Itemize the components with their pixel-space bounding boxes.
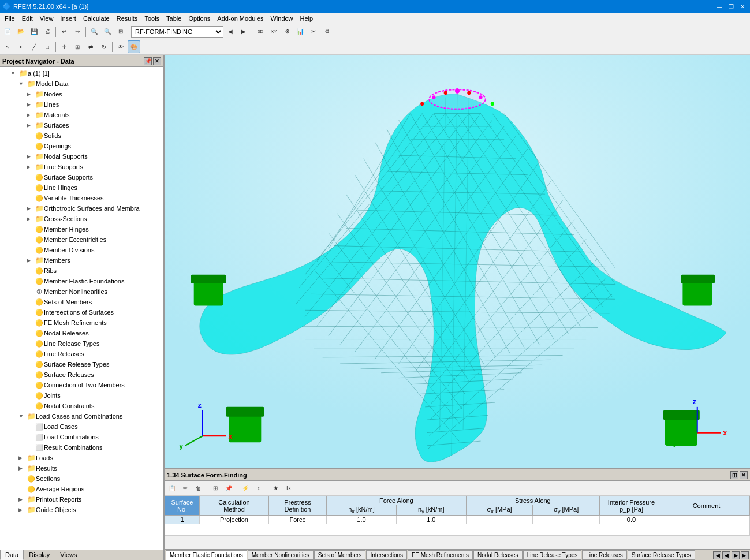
menu-tools[interactable]: Tools [141,14,163,23]
tb-open[interactable]: 📂 [14,25,27,38]
nav-tab-data[interactable]: Data [0,550,24,560]
tb2-mirror[interactable]: ⇄ [84,40,97,53]
tree-item-nodal-constraints[interactable]: 🟡 Nodal Constraints [0,401,163,411]
cell-nx[interactable]: 1.0 [327,516,397,524]
tb2-copy[interactable]: ⊞ [71,40,84,53]
tree-item-openings[interactable]: 🟡 Openings [0,141,163,151]
menu-calculate[interactable]: Calculate [80,14,113,23]
tree-item-lines[interactable]: ▶ 📁 Lines [0,99,163,110]
tree-item-model-data[interactable]: ▼ 📁 Model Data [0,79,163,89]
tree-item-line-hinges[interactable]: 🟡 Line Hinges [0,182,163,193]
tree-item-ribs[interactable]: 🟡 Ribs [0,266,163,276]
menu-table[interactable]: Table [163,14,185,23]
viewport-area[interactable]: x z y x z y [165,55,750,468]
tree-item-surface-supports[interactable]: 🟡 Surface Supports [0,172,163,182]
cell-method[interactable]: Projection [200,516,269,524]
tree-item-average-regions[interactable]: 🟡 Average Regions [0,484,163,494]
cell-ny[interactable]: 1.0 [396,516,466,524]
tree-item-surface-releases[interactable]: 🟡 Surface Releases [0,369,163,380]
nav-tab-views[interactable]: Views [55,550,82,560]
dp-paste[interactable]: 📌 [222,482,235,495]
tree-item-nodal-releases[interactable]: 🟡 Nodal Releases [0,328,163,338]
tree-item-sections[interactable]: 🟡 Sections [0,473,163,484]
tb-view-xy[interactable]: XY [267,25,280,38]
bottom-tab-surface-release-types[interactable]: Surface Release Types [628,550,695,560]
tree-item-loads[interactable]: ▶ 📁 Loads [0,453,163,463]
tree-item-member-divisions[interactable]: 🟡 Member Divisions [0,245,163,255]
tree-item-sets-of-members[interactable]: 🟡 Sets of Members [0,297,163,307]
tree-item-root[interactable]: ▼ 📁 a (1) [1] [0,68,163,79]
data-panel-float-btn[interactable]: ◫ [730,471,738,479]
maximize-button[interactable]: ❐ [726,2,736,11]
cell-sy[interactable] [533,516,600,524]
tree-item-nodes[interactable]: ▶ 📁 Nodes [0,89,163,99]
menu-edit[interactable]: Edit [18,14,36,23]
dp-edit[interactable]: ✏ [179,482,192,495]
tb-settings[interactable]: ⚙ [320,25,333,38]
dp-calc[interactable]: fx [282,482,295,495]
tree-item-member-hinges[interactable]: 🟡 Member Hinges [0,224,163,234]
tb2-node[interactable]: • [14,40,27,53]
tb-redo[interactable]: ↪ [71,25,84,38]
dp-delete[interactable]: 🗑 [192,482,205,495]
tab-nav-last[interactable]: ▶| [741,551,749,559]
menu-results[interactable]: Results [113,14,141,23]
bottom-tab-line-releases[interactable]: Line Releases [582,550,626,560]
tb2-rotate[interactable]: ↻ [98,40,110,53]
tree-item-member-elastic[interactable]: 🟡 Member Elastic Foundations [0,276,163,286]
tb-fit[interactable]: ⊞ [114,25,127,38]
close-button[interactable]: ✕ [737,2,748,11]
tb-prev[interactable]: ◀ [224,25,237,38]
tb-zoom-in[interactable]: 🔍 [88,25,100,38]
tb-view-3d[interactable]: 3D [254,25,267,38]
minimize-button[interactable]: — [714,2,725,11]
tree-item-joints[interactable]: 🟡 Joints [0,390,163,401]
tab-nav-prev[interactable]: ◀ [722,551,730,559]
tb-save[interactable]: 💾 [28,25,40,38]
tree-item-result-combinations[interactable]: ⬜ Result Combinations [0,442,163,453]
tree-item-cross-sections[interactable]: ▶ 📁 Cross-Sections [0,214,163,224]
tab-nav-first[interactable]: |◀ [713,551,721,559]
tree-item-printout-reports[interactable]: ▶ 📁 Printout Reports [0,494,163,505]
cell-comment[interactable] [663,516,750,524]
tree-item-guide-objects[interactable]: ▶ 📁 Guide Objects [0,505,163,515]
cell-ip[interactable]: 0.0 [600,516,663,524]
tb-undo[interactable]: ↩ [58,25,70,38]
menu-addon[interactable]: Add-on Modules [214,14,267,23]
tree-item-surface-release-types[interactable]: 🟡 Surface Release Types [0,359,163,369]
tb-result[interactable]: 📊 [294,25,307,38]
tree-item-fe-mesh[interactable]: 🟡 FE Mesh Refinements [0,318,163,328]
dp-filter[interactable]: ⚡ [239,482,252,495]
bottom-tab-intersections[interactable]: Intersections [366,550,407,560]
cell-prestress[interactable]: Force [269,516,327,524]
menu-options[interactable]: Options [185,14,214,23]
tb2-line[interactable]: ╱ [28,40,40,53]
cell-sx[interactable] [466,516,533,524]
tree-item-member-eccentricities[interactable]: 🟡 Member Eccentricities [0,234,163,245]
tree-item-line-releases[interactable]: 🟡 Line Releases [0,349,163,359]
bottom-tab-nodal-releases[interactable]: Nodal Releases [473,550,523,560]
tb2-render[interactable]: 🎨 [128,40,140,53]
nav-close-btn[interactable]: ✕ [153,57,161,65]
menu-view[interactable]: View [36,14,57,23]
tree-item-load-combinations[interactable]: ⬜ Load Combinations [0,432,163,442]
tb-next[interactable]: ▶ [237,25,250,38]
tb-new[interactable]: 📄 [1,25,14,38]
bottom-tab-member-nonlinearities[interactable]: Member Nonlinearities [248,550,314,560]
dp-new-row[interactable]: 📋 [166,482,178,495]
tab-nav-next[interactable]: ▶ [732,551,740,559]
tree-item-member-nonlinearities[interactable]: ① Member Nonlinearities [0,286,163,297]
dp-star[interactable]: ★ [269,482,282,495]
menu-window[interactable]: Window [267,14,296,23]
tb-calc[interactable]: ⚙ [281,25,293,38]
tree-item-line-supports[interactable]: ▶ 📁 Line Supports [0,162,163,172]
menu-file[interactable]: File [1,14,18,23]
data-panel-close-btn[interactable]: ✕ [740,471,748,479]
tree-item-orthotropic[interactable]: ▶ 📁 Orthotropic Surfaces and Membra [0,203,163,214]
tree-item-load-cases[interactable]: ⬜ Load Cases [0,421,163,432]
tree-item-connection-two-members[interactable]: 🟡 Connection of Two Members [0,380,163,390]
tb-zoom-out[interactable]: 🔍 [101,25,114,38]
tree-item-nodal-supports[interactable]: ▶ 📁 Nodal Supports [0,151,163,162]
menu-insert[interactable]: Insert [57,14,80,23]
tree-item-materials[interactable]: ▶ 📁 Materials [0,110,163,120]
